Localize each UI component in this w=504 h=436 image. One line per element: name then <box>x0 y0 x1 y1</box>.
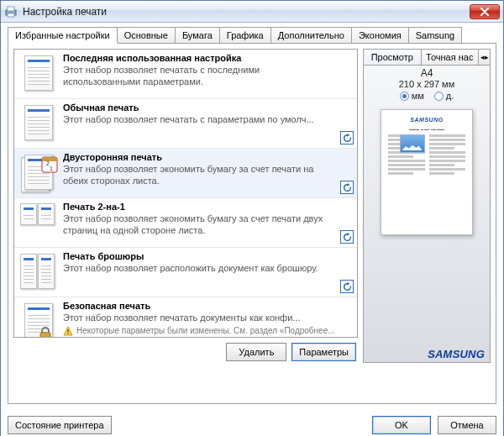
tab-6[interactable]: Samsung <box>409 27 462 44</box>
ok-button[interactable]: OK <box>372 416 431 434</box>
paper-dimensions: 210 x 297 мм <box>364 79 490 89</box>
radio-dot-icon <box>400 92 409 101</box>
reset-icon[interactable] <box>340 230 354 244</box>
units-in-radio[interactable]: д. <box>434 91 454 101</box>
tabstrip: Избранные настройкиОсновныеБумагаГрафика… <box>1 23 503 43</box>
tab-2[interactable]: Бумага <box>176 27 220 44</box>
tab-4[interactable]: Дополнительно <box>271 27 352 44</box>
preset-item[interactable]: Последняя использованная настройкаЭтот н… <box>14 50 357 99</box>
preset-name: Безопасная печать <box>63 301 339 311</box>
preview-pane: A4 210 x 297 мм мм д. SAMSUNG ━━━━ ━━━ ━… <box>363 65 491 363</box>
dialog-footer: Состояние принтера OK Отмена <box>1 411 503 436</box>
svg-rect-4 <box>42 157 57 161</box>
preset-description: Этот набор позволяет расположить докумен… <box>63 263 339 275</box>
preset-item[interactable]: 21Двусторонняя печатьЭтот набор позволяе… <box>14 149 357 198</box>
tab-3[interactable]: Графика <box>220 27 271 44</box>
svg-rect-1 <box>8 7 14 11</box>
delete-button[interactable]: Удалить <box>226 343 286 361</box>
radio-dot-icon <box>434 92 444 101</box>
window-title: Настройка печати <box>23 6 470 18</box>
presets-column: Последняя использованная настройкаЭтот н… <box>13 49 358 363</box>
preset-description: Этот набор позволяет экономить бумагу за… <box>63 213 339 237</box>
warning-icon <box>63 326 73 336</box>
svg-rect-9 <box>67 333 68 334</box>
preview-brand: SAMSUNG <box>388 117 465 123</box>
presets-list[interactable]: Последняя использованная настройкаЭтот н… <box>13 49 358 338</box>
preset-name: Печать брошюры <box>63 251 339 261</box>
cancel-button[interactable]: Отмена <box>438 416 496 434</box>
svg-text:1: 1 <box>50 165 53 171</box>
preset-item[interactable]: Обычная печатьЭтот набор позволяет печат… <box>14 99 357 149</box>
preset-name: Двусторонняя печать <box>63 152 339 162</box>
reset-icon[interactable] <box>340 280 354 293</box>
close-icon <box>480 8 490 16</box>
preset-thumb-icon <box>19 202 56 242</box>
preset-thumb-icon <box>19 251 56 292</box>
preset-item[interactable]: Безопасная печатьЭтот набор позволяет пе… <box>14 297 357 338</box>
tab-panel-favorites: Последняя использованная настройкаЭтот н… <box>8 43 496 404</box>
preset-name: Печать 2-на-1 <box>63 202 339 212</box>
preview-tab-scroll[interactable]: ◂▸ <box>479 49 491 65</box>
print-settings-window: Настройка печати Избранные настройкиОсно… <box>0 0 504 436</box>
preset-thumb-icon: 21 <box>19 152 56 192</box>
preset-warning: Некоторые параметры были изменены. См. р… <box>63 326 339 336</box>
titlebar[interactable]: Настройка печати <box>1 1 503 23</box>
printer-icon <box>4 5 18 18</box>
parameters-button[interactable]: Параметры <box>291 343 356 361</box>
reset-icon[interactable] <box>340 181 354 194</box>
preset-item[interactable]: Печать 2-на-1Этот набор позволяет эконом… <box>14 198 357 248</box>
tab-0[interactable]: Избранные настройки <box>8 27 118 44</box>
preset-name: Последняя использованная настройка <box>63 53 339 63</box>
svg-rect-8 <box>67 329 68 333</box>
preview-column: Просмотр Точная нас ◂▸ A4 210 x 297 мм м… <box>363 49 491 363</box>
preview-tab-view[interactable]: Просмотр <box>363 49 422 65</box>
samsung-logo: SAMSUNG <box>364 344 490 362</box>
svg-rect-2 <box>8 13 14 17</box>
preset-description: Этот набор позволяет экономить бумагу за… <box>63 164 339 187</box>
preset-description: Этот набор позволяет печатать с последни… <box>63 65 339 88</box>
tab-5[interactable]: Экономия <box>352 27 409 44</box>
reset-icon[interactable] <box>340 131 354 144</box>
preset-description: Этот набор позволяет печатать с параметр… <box>63 114 339 126</box>
preset-thumb-icon <box>19 102 56 143</box>
close-button[interactable] <box>470 4 500 19</box>
units-mm-radio[interactable]: мм <box>400 91 424 101</box>
preset-name: Обычная печать <box>63 102 339 113</box>
preset-item[interactable]: Печать брошюрыЭтот набор позволяет распо… <box>14 248 357 297</box>
preview-tab-exact[interactable]: Точная нас <box>422 49 480 65</box>
preview-tabs: Просмотр Точная нас ◂▸ <box>363 49 491 65</box>
paper-format: A4 <box>364 67 490 79</box>
preset-description: Этот набор позволяет печатать документы … <box>63 313 339 324</box>
tab-1[interactable]: Основные <box>118 27 176 44</box>
page-preview: SAMSUNG ━━━━ ━━━ ━━━━━ <box>381 109 473 235</box>
preset-thumb-icon <box>19 301 56 338</box>
printer-status-button[interactable]: Состояние принтера <box>8 416 112 434</box>
preset-thumb-icon <box>19 53 56 93</box>
preview-image-icon <box>400 134 425 153</box>
